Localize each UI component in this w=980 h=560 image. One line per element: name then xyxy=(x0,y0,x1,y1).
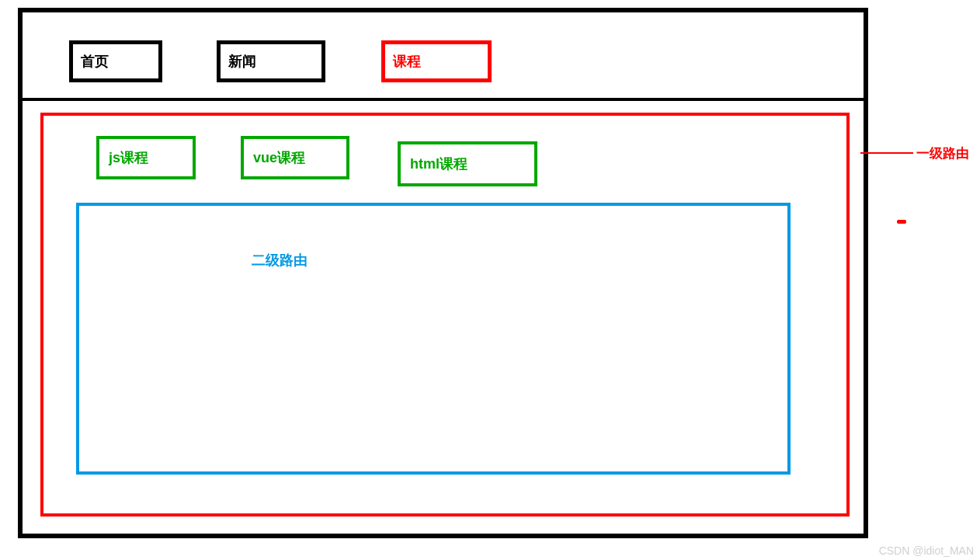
annotation-primary-route-label: 一级路由 xyxy=(916,144,969,162)
top-nav-area: 首页 新闻 课程 xyxy=(23,12,864,101)
diagram-outer-frame: 首页 新闻 课程 js课程 vue课程 html课程 二级路由 xyxy=(18,8,868,538)
nav-news-box[interactable]: 新闻 xyxy=(217,40,325,82)
primary-route-panel: js课程 vue课程 html课程 二级路由 xyxy=(40,113,850,517)
nav-news-label: 新闻 xyxy=(228,52,256,71)
secondary-route-label: 二级路由 xyxy=(252,251,308,270)
watermark-text: CSDN @idiot_MAN xyxy=(879,544,974,557)
annotation-pointer-line xyxy=(860,152,913,154)
nav-course-label: 课程 xyxy=(393,52,421,71)
nav-home-label: 首页 xyxy=(81,52,109,71)
course-vue-box[interactable]: vue课程 xyxy=(241,136,349,179)
course-js-box[interactable]: js课程 xyxy=(96,136,196,179)
nav-course-box[interactable]: 课程 xyxy=(381,40,492,82)
secondary-route-panel: 二级路由 xyxy=(76,203,791,475)
course-js-label: js课程 xyxy=(109,148,148,167)
red-dot-mark xyxy=(897,220,906,224)
course-html-box[interactable]: html课程 xyxy=(398,141,537,186)
nav-home-box[interactable]: 首页 xyxy=(69,40,162,82)
course-vue-label: vue课程 xyxy=(253,148,305,167)
course-html-label: html课程 xyxy=(410,155,467,173)
